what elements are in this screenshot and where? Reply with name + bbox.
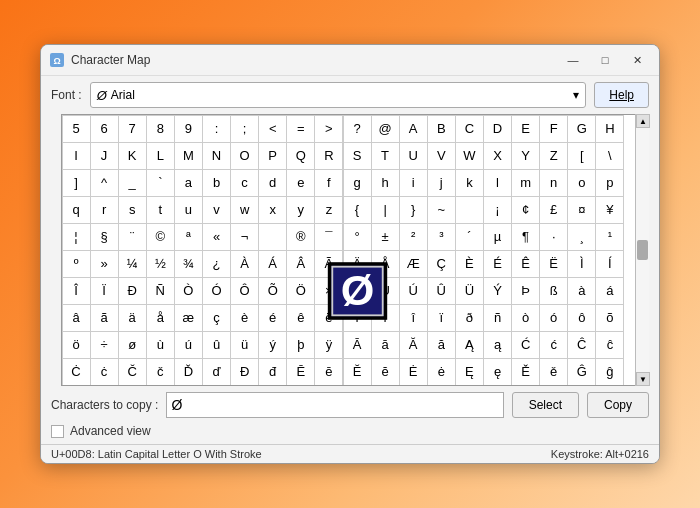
char-cell[interactable]: J — [90, 142, 119, 170]
char-cell[interactable]: @ — [371, 115, 400, 143]
char-cell[interactable]: a — [174, 169, 203, 197]
chars-to-copy-input[interactable] — [166, 392, 503, 418]
char-cell[interactable]: ć — [539, 331, 568, 359]
char-cell[interactable]: ± — [371, 223, 400, 251]
char-cell[interactable]: ě — [539, 358, 568, 386]
char-cell[interactable]: ³ — [427, 223, 456, 251]
char-cell[interactable]: « — [202, 223, 231, 251]
char-cell[interactable]: ã — [90, 304, 119, 332]
char-cell[interactable]: å — [146, 304, 175, 332]
advanced-view-checkbox[interactable] — [51, 425, 64, 438]
char-cell[interactable]: k — [455, 169, 484, 197]
char-cell[interactable]: ¶ — [511, 223, 540, 251]
char-cell[interactable]: Ā — [343, 331, 372, 359]
char-cell[interactable]: ¯ — [314, 223, 343, 251]
char-cell[interactable]: ° — [343, 223, 372, 251]
char-cell[interactable]: n — [539, 169, 568, 197]
char-cell[interactable]: Ĉ — [567, 331, 596, 359]
char-cell[interactable]: ø — [118, 331, 147, 359]
char-cell[interactable]: W — [455, 142, 484, 170]
char-cell[interactable]: Þ — [511, 277, 540, 305]
char-cell[interactable]: Ê — [511, 250, 540, 278]
char-cell[interactable]: Ý — [483, 277, 512, 305]
char-cell[interactable]: Ě — [511, 358, 540, 386]
char-cell[interactable]: 9 — [174, 115, 203, 143]
char-cell[interactable]: | — [371, 196, 400, 224]
char-cell[interactable]: Ö — [286, 277, 315, 305]
maximize-button[interactable]: □ — [591, 51, 619, 69]
char-cell[interactable]: Ă — [399, 331, 428, 359]
char-cell[interactable]: r — [90, 196, 119, 224]
char-cell[interactable]: ü — [230, 331, 259, 359]
char-cell[interactable]: ē — [314, 358, 343, 386]
char-cell[interactable]: q — [62, 196, 91, 224]
char-cell[interactable]: e — [286, 169, 315, 197]
char-cell[interactable]: g — [343, 169, 372, 197]
char-cell[interactable]: ß — [539, 277, 568, 305]
char-cell[interactable]: ] — [62, 169, 91, 197]
char-cell[interactable]: Ø — [331, 265, 383, 315]
char-cell[interactable]: ¦ — [62, 223, 91, 251]
char-cell[interactable]: = — [286, 115, 315, 143]
char-cell[interactable]: P — [258, 142, 287, 170]
char-cell[interactable]: Ì — [567, 250, 596, 278]
select-button[interactable]: Select — [512, 392, 579, 418]
char-cell[interactable]: F — [539, 115, 568, 143]
char-cell[interactable]: U — [399, 142, 428, 170]
char-cell[interactable]: ¹ — [595, 223, 624, 251]
char-cell[interactable]: ï — [427, 304, 456, 332]
char-cell[interactable]: ¤ — [567, 196, 596, 224]
char-cell[interactable]: ¾ — [174, 250, 203, 278]
char-cell[interactable]: ð — [455, 304, 484, 332]
char-cell[interactable]: à — [567, 277, 596, 305]
char-cell[interactable]: º — [62, 250, 91, 278]
font-dropdown[interactable]: Ø Arial ▾ — [90, 82, 587, 108]
char-cell[interactable]: 7 — [118, 115, 147, 143]
char-cell[interactable]: h — [371, 169, 400, 197]
char-cell[interactable]: ® — [286, 223, 315, 251]
char-cell[interactable]: ñ — [483, 304, 512, 332]
char-cell[interactable]: ċ — [90, 358, 119, 386]
char-cell[interactable]: c — [230, 169, 259, 197]
char-cell[interactable]: 8 — [146, 115, 175, 143]
char-cell[interactable]: S — [343, 142, 372, 170]
char-cell[interactable]: ¼ — [118, 250, 147, 278]
char-cell[interactable]: V — [427, 142, 456, 170]
scrollbar[interactable]: ▲ ▼ — [635, 114, 649, 386]
char-cell[interactable]: 6 — [90, 115, 119, 143]
char-cell[interactable]: t — [146, 196, 175, 224]
char-cell[interactable]: Đ — [230, 358, 259, 386]
char-cell[interactable]: L — [146, 142, 175, 170]
char-cell[interactable]: m — [511, 169, 540, 197]
char-cell[interactable]: v — [202, 196, 231, 224]
char-cell[interactable]: o — [567, 169, 596, 197]
char-cell[interactable]: Ć — [511, 331, 540, 359]
char-cell[interactable]: ó — [539, 304, 568, 332]
char-cell[interactable]: Û — [427, 277, 456, 305]
char-cell[interactable]: Ē — [286, 358, 315, 386]
char-cell[interactable]: Ċ — [62, 358, 91, 386]
char-cell[interactable]: ¨ — [118, 223, 147, 251]
char-cell[interactable]: Ç — [427, 250, 456, 278]
char-cell[interactable]: y — [286, 196, 315, 224]
char-cell[interactable]: Á — [258, 250, 287, 278]
char-cell[interactable]: ĕ — [371, 358, 400, 386]
char-cell[interactable]: A — [399, 115, 428, 143]
char-cell[interactable]: ú — [174, 331, 203, 359]
char-cell[interactable]: < — [258, 115, 287, 143]
char-cell[interactable]: 5 — [62, 115, 91, 143]
char-cell[interactable]: Ú — [399, 277, 428, 305]
char-cell[interactable]: > — [314, 115, 343, 143]
char-cell[interactable]: Ô — [230, 277, 259, 305]
close-button[interactable]: ✕ — [623, 51, 651, 69]
char-cell[interactable]: Î — [62, 277, 91, 305]
char-cell[interactable]: Ė — [399, 358, 428, 386]
char-cell[interactable]: č — [146, 358, 175, 386]
char-cell[interactable]: Č — [118, 358, 147, 386]
char-cell[interactable]: Ę — [455, 358, 484, 386]
char-cell[interactable]: : — [202, 115, 231, 143]
help-button[interactable]: Help — [594, 82, 649, 108]
char-cell[interactable]: l — [483, 169, 512, 197]
char-cell[interactable]: R — [314, 142, 343, 170]
char-cell[interactable]: ` — [146, 169, 175, 197]
